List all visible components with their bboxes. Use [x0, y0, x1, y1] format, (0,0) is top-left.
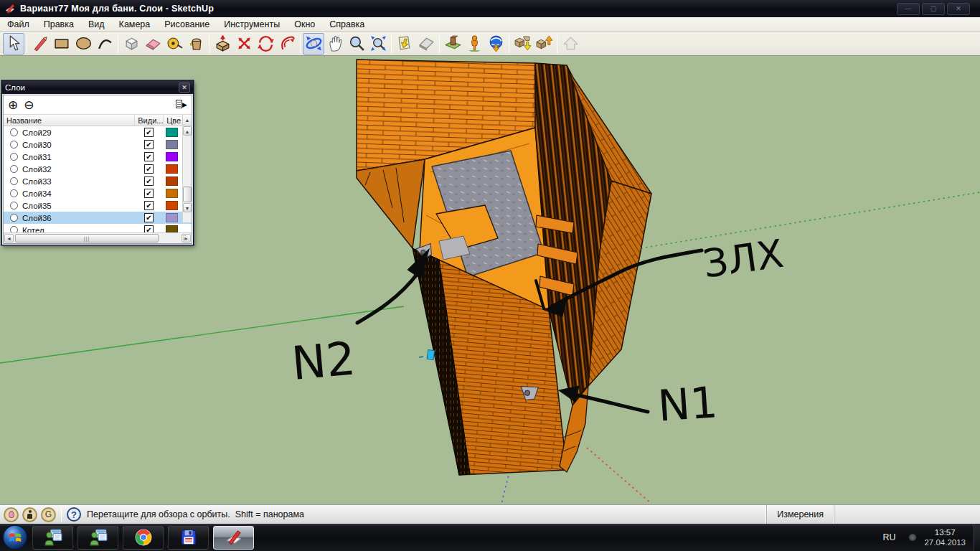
- measurements-field[interactable]: [834, 505, 980, 524]
- zoom-extents-tool-button[interactable]: [367, 33, 389, 55]
- layer-color-swatch[interactable]: [166, 176, 178, 186]
- layer-radio[interactable]: [10, 128, 18, 136]
- layer-visible-checkbox[interactable]: ✔: [144, 176, 154, 186]
- add-layer-button[interactable]: ⊕: [8, 99, 18, 111]
- layer-color-swatch[interactable]: [166, 201, 178, 210]
- add-location-tool-button[interactable]: [442, 33, 463, 55]
- taskbar-forum-window-1-button[interactable]: [32, 526, 73, 550]
- offset-tool-button[interactable]: [276, 33, 298, 55]
- taskbar-sketchup-button[interactable]: [213, 526, 254, 550]
- section-plane-tool-button[interactable]: [415, 33, 437, 55]
- taskbar-forum-window-2-button[interactable]: [77, 526, 118, 550]
- tape-measure-tool-button[interactable]: [164, 33, 185, 55]
- show-desktop-button[interactable]: [973, 524, 980, 551]
- vscroll-up-icon[interactable]: ▲: [183, 126, 192, 136]
- column-visible[interactable]: Види...: [135, 115, 164, 126]
- layer-color-swatch[interactable]: [166, 189, 178, 198]
- close-button[interactable]: ✕: [947, 3, 970, 15]
- layer-color-swatch[interactable]: [166, 152, 178, 161]
- menu-рисование[interactable]: Рисование: [157, 18, 217, 31]
- layers-close-button[interactable]: ✕: [179, 83, 190, 93]
- layer-radio[interactable]: [10, 153, 18, 161]
- layer-color-swatch[interactable]: [166, 213, 178, 222]
- layer-color-swatch[interactable]: [166, 225, 178, 232]
- line-tool-button[interactable]: [29, 33, 51, 55]
- layer-visible-checkbox[interactable]: ✔: [144, 189, 154, 198]
- layer-color-swatch[interactable]: [166, 164, 178, 174]
- model-attribution-person-icon[interactable]: [22, 507, 37, 522]
- arc-tool-button[interactable]: [94, 33, 116, 55]
- layers-vertical-scrollbar[interactable]: ▲ ▼: [182, 126, 192, 222]
- layer-radio[interactable]: [10, 141, 18, 149]
- zoom-tool-button[interactable]: [346, 33, 367, 55]
- layer-visible-checkbox[interactable]: ✔: [144, 152, 154, 161]
- layer-visible-checkbox[interactable]: ✔: [144, 201, 154, 210]
- layer-row[interactable]: Слой35✔: [4, 199, 192, 212]
- keyboard-layout-icon[interactable]: [908, 533, 917, 542]
- layer-visible-checkbox[interactable]: ✔: [144, 225, 154, 232]
- hscroll-thumb[interactable]: |||: [15, 234, 159, 242]
- minimize-button[interactable]: —: [897, 3, 920, 15]
- model-warehouse-disabled-tool-button[interactable]: [560, 33, 581, 55]
- language-indicator[interactable]: RU: [877, 529, 901, 545]
- previous-view-tool-button[interactable]: [394, 33, 415, 55]
- layer-visible-checkbox[interactable]: ✔: [144, 213, 154, 222]
- column-name[interactable]: Название: [4, 115, 135, 126]
- menu-вид[interactable]: Вид: [81, 18, 112, 31]
- layer-row[interactable]: Котел✔: [4, 224, 192, 232]
- layer-row[interactable]: Слой33✔: [4, 175, 192, 187]
- push-pull-tool-button[interactable]: [212, 33, 233, 55]
- layer-visible-checkbox[interactable]: ✔: [144, 128, 154, 137]
- paint-bucket-tool-button[interactable]: [185, 33, 207, 55]
- layer-visible-checkbox[interactable]: ✔: [144, 140, 154, 149]
- resize-grip-icon[interactable]: ⠿: [182, 234, 191, 242]
- layer-row[interactable]: Слой29✔: [4, 126, 192, 138]
- circle-tool-button[interactable]: [72, 33, 94, 55]
- menu-инструменты[interactable]: Инструменты: [217, 18, 287, 31]
- layer-row[interactable]: Слой31✔: [4, 151, 192, 163]
- column-color[interactable]: Цве: [164, 115, 182, 126]
- layer-radio[interactable]: [10, 189, 18, 197]
- move-tool-button[interactable]: [233, 33, 255, 55]
- maximize-button[interactable]: ▢: [922, 3, 945, 15]
- layer-details-button[interactable]: ▶: [176, 100, 187, 110]
- select-tool-button[interactable]: [3, 33, 24, 55]
- start-button[interactable]: [2, 524, 28, 550]
- layer-row[interactable]: Слой30✔: [4, 138, 192, 151]
- share-models-tool-button[interactable]: [533, 33, 555, 55]
- layer-row[interactable]: Слой36✔: [4, 212, 192, 224]
- rectangle-tool-button[interactable]: [51, 33, 72, 55]
- hscroll-left-icon[interactable]: ◄: [4, 234, 14, 242]
- layer-radio[interactable]: [10, 202, 18, 209]
- layer-radio[interactable]: [10, 226, 18, 232]
- orbit-tool-button[interactable]: [303, 33, 324, 55]
- google-earth-tool-button[interactable]: [485, 33, 507, 55]
- help-icon[interactable]: ?: [67, 507, 81, 522]
- layer-row[interactable]: Слой34✔: [4, 187, 192, 199]
- menu-окно[interactable]: Окно: [287, 18, 322, 31]
- taskbar-clock[interactable]: 13:57 27.04.2013: [924, 527, 973, 547]
- taskbar-save-floppy-button[interactable]: [168, 526, 209, 550]
- rotate-tool-button[interactable]: [255, 33, 276, 55]
- remove-layer-button[interactable]: ⊖: [24, 99, 34, 111]
- vscroll-down-icon[interactable]: ▼: [183, 203, 192, 212]
- vscroll-thumb[interactable]: [183, 187, 192, 202]
- layer-radio[interactable]: [10, 177, 18, 185]
- scroll-up-icon[interactable]: ▲: [182, 115, 192, 126]
- make-component-tool-button[interactable]: [121, 33, 142, 55]
- layer-row[interactable]: Слой32✔: [4, 163, 192, 175]
- layer-radio[interactable]: [10, 165, 18, 173]
- layer-color-swatch[interactable]: [166, 128, 178, 137]
- get-models-tool-button[interactable]: [512, 33, 533, 55]
- menu-справка[interactable]: Справка: [322, 18, 372, 31]
- menu-файл[interactable]: Файл: [0, 18, 37, 31]
- layers-horizontal-scrollbar[interactable]: ◄ ||| ► ⠿: [4, 232, 192, 243]
- google-credit-icon[interactable]: G: [41, 507, 56, 522]
- taskbar-chrome-button[interactable]: [123, 526, 164, 550]
- layer-visible-checkbox[interactable]: ✔: [144, 164, 154, 174]
- geolocation-balloon-icon[interactable]: [4, 507, 19, 522]
- pan-tool-button[interactable]: [324, 33, 346, 55]
- layers-dialog-titlebar[interactable]: Слои ✕: [2, 81, 193, 94]
- photo-textures-tool-button[interactable]: [463, 33, 485, 55]
- layer-radio[interactable]: [10, 214, 18, 222]
